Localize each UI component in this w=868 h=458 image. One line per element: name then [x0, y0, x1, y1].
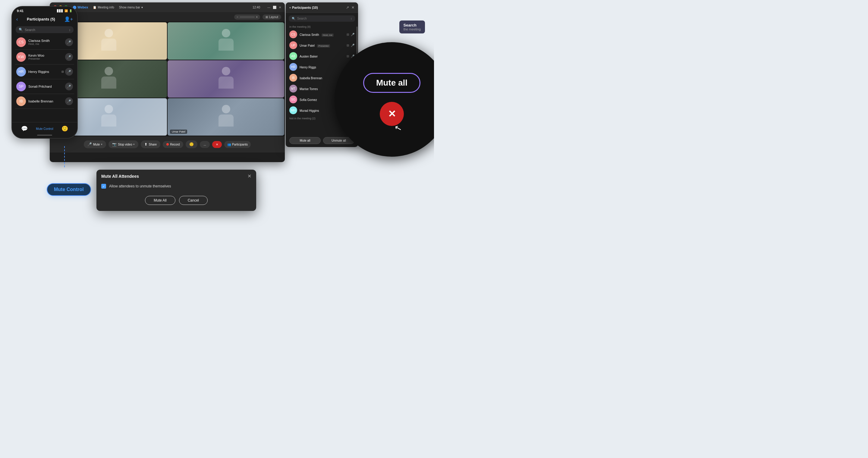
panel-host-badge: Host, me	[321, 33, 334, 37]
phone-avatar-henry: HR	[16, 67, 26, 76]
show-menu-button[interactable]: Show menu bar ▾	[119, 6, 143, 9]
phone-mute-kevin[interactable]: 🎤	[65, 53, 73, 61]
panel-participant-clarissa: CS Clarissa Smith Host, me ⊟ 🎤	[286, 29, 358, 40]
phone-participant-isabelle: IB Isabelle Brennan 🎤	[15, 94, 74, 109]
person-body-1	[101, 39, 116, 51]
phone-pname-isabelle: Isabelle Brennan	[28, 99, 65, 103]
end-call-button[interactable]: ✕	[212, 141, 222, 148]
phone-add-participant-button[interactable]: 👤+	[64, 16, 73, 22]
participants-button[interactable]: 👥 Participants	[224, 141, 251, 148]
mute-all-large-button[interactable]: Mute all	[363, 73, 421, 93]
win-maximize-icon[interactable]: ⬜	[273, 6, 276, 9]
meeting-info-icon: 📋	[93, 6, 96, 9]
phone-pinfo-clarissa: Clarissa Smith Host, me	[28, 39, 65, 45]
phone-avatar-sonali: SP	[16, 81, 26, 91]
meeting-info-button[interactable]: 📋 Meeting info	[93, 6, 114, 9]
person-body-2	[218, 39, 234, 51]
phone-pinfo-isabelle: Isabelle Brennan	[28, 99, 65, 103]
panel-mic-icon-umar: 🎤	[351, 44, 354, 47]
video-label-umar: Umar Patel	[170, 130, 187, 134]
layout-button[interactable]: ⊞ Layout	[262, 14, 281, 20]
phone-mute-clarissa[interactable]: 🎤	[65, 38, 73, 46]
main-titlebar: ⬤ Webex 📋 Meeting info Show menu bar ▾ 1…	[50, 2, 285, 12]
mute-button[interactable]: 🎤 Mute ▾	[84, 140, 106, 148]
phone-mute-control-btn[interactable]: Mute Control	[36, 127, 53, 130]
panel-avatar-ibrennan: IB	[289, 74, 297, 81]
mute-label: Mute	[93, 143, 100, 146]
record-button[interactable]: Record	[163, 141, 183, 148]
phone-participant-sonali: SP Sonali Pritchard 🎤	[15, 79, 74, 94]
stop-video-button[interactable]: 📷 Stop video ▾	[108, 140, 138, 148]
phone-pinfo-henry: Henry Riggins	[28, 70, 61, 73]
phone-mute-sonali[interactable]: 🎤	[65, 83, 73, 90]
video-cell-4	[167, 60, 284, 98]
phone-mute-henry[interactable]: 🎤	[65, 68, 73, 76]
phone-home-indicator	[37, 135, 52, 136]
panel-pinfo-umar: Umar Patel Presenter	[300, 42, 347, 48]
person-silhouette-3	[100, 67, 118, 91]
titlebar-right: — ⬜ ✕	[267, 6, 281, 9]
allow-unmute-checkbox[interactable]: ✓	[101, 184, 106, 189]
stop-video-chevron: ▾	[133, 143, 135, 146]
person-head-5	[104, 105, 113, 113]
panel-in-meeting-label: In the meeting (8)	[286, 24, 358, 29]
panel-export-icon[interactable]: ↗	[346, 5, 349, 10]
panel-close-icon[interactable]: ✕	[351, 5, 354, 10]
zoom-control[interactable]: − +	[234, 14, 260, 20]
panel-pname-clarissa: Clarissa Smith	[300, 33, 319, 36]
phone-participant-clarissa: CS Clarissa Smith Host, me 🎤	[15, 35, 74, 50]
more-button[interactable]: ...	[200, 141, 210, 148]
phone-time: 9:41	[17, 9, 24, 13]
share-label: Share	[149, 143, 157, 146]
phone-sort-icon[interactable]: ↕	[69, 28, 71, 32]
dialog-content: ✓ Allow attendees to unmute themselves M…	[96, 182, 256, 211]
panel-screen-icon-umar: ⊟	[347, 44, 349, 47]
mobile-phone: 9:41 ▊▊▊ 📶 🔋 ‹ Participants (5) 👤+ 🔍 Sea…	[11, 6, 78, 139]
phone-back-button[interactable]: ‹	[16, 17, 18, 22]
main-window: ⬤ Webex 📋 Meeting info Show menu bar ▾ 1…	[50, 2, 285, 162]
panel-mute-all-button[interactable]: Mute all	[289, 137, 321, 144]
win-minimize-icon[interactable]: —	[267, 6, 270, 9]
panel-search[interactable]: 🔍 ↕	[289, 15, 355, 22]
panel-pname-umar: Umar Patel	[300, 44, 315, 47]
cursor-icon: ↖	[393, 122, 403, 134]
webex-label: Webex	[78, 5, 88, 9]
phone-participant-kevin: KW Kevin Woo Presenter 🎤	[15, 50, 74, 64]
zoom-slider[interactable]	[240, 17, 255, 18]
panel-actions: Mute all Unmute all	[286, 137, 358, 144]
reactions-button[interactable]: 🙂	[186, 140, 197, 148]
panel-sort-icon[interactable]: ↕	[350, 17, 352, 20]
participants-label: Participants	[232, 143, 248, 146]
panel-pname-murad: Murad Higgins	[300, 109, 319, 112]
panel-search-input[interactable]	[297, 17, 349, 20]
panel-icons-clarissa: ⊟ 🎤	[347, 33, 354, 36]
mute-control-badge[interactable]: Mute Control	[47, 183, 91, 196]
zoom-minus-icon[interactable]: −	[237, 15, 239, 19]
signal-icon: ▊▊▊	[57, 9, 63, 12]
dialog-checkbox-row: ✓ Allow attendees to unmute themselves	[101, 184, 251, 189]
dialog-cancel-button[interactable]: Cancel	[179, 196, 208, 205]
search-tooltip: Search the meeting	[399, 21, 425, 33]
panel-pname-austen: Austen Baker	[300, 55, 318, 58]
show-menu-chevron: ▾	[141, 6, 143, 9]
phone-mute-isabelle[interactable]: 🎤	[65, 97, 73, 105]
person-silhouette-5	[100, 105, 118, 129]
panel-pname-ibrennan: Isabella Brennan	[300, 76, 322, 80]
share-icon: ⬆	[144, 142, 147, 146]
person-body-5	[101, 115, 116, 127]
dialog-close-button[interactable]: ✕	[247, 173, 251, 179]
phone-emoji-btn[interactable]: 🙂	[61, 125, 68, 132]
phone-status-bar: 9:41 ▊▊▊ 📶 🔋	[12, 7, 77, 14]
phone-header: ‹ Participants (5) 👤+	[12, 14, 77, 24]
zoom-plus-icon[interactable]: +	[256, 15, 258, 19]
phone-status-icons: ▊▊▊ 📶 🔋	[57, 9, 72, 12]
dialog-mute-all-button[interactable]: Mute All	[145, 196, 176, 205]
win-close-icon[interactable]: ✕	[279, 6, 281, 9]
phone-chat-btn[interactable]: 💬	[21, 125, 28, 132]
phone-search-bar[interactable]: 🔍 Search ↕	[16, 26, 73, 33]
panel-avatar-marise: MT	[289, 85, 297, 93]
red-x-button[interactable]: ✕	[380, 102, 404, 126]
search-tooltip-sub: the meeting	[404, 27, 421, 31]
dialog-buttons: Mute All Cancel	[101, 193, 251, 205]
share-button[interactable]: ⬆ Share	[141, 140, 160, 148]
